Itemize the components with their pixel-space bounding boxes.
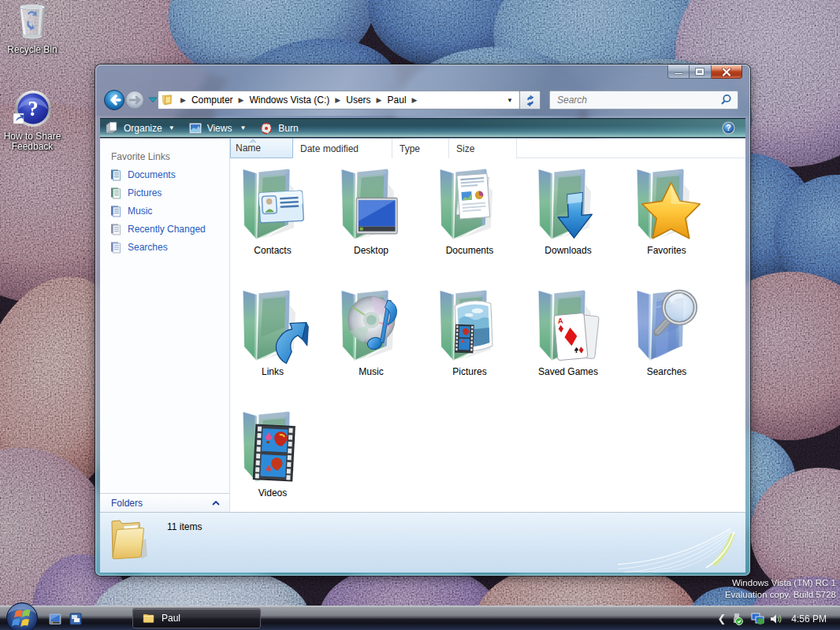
svg-text:?: ? (28, 97, 39, 120)
svg-text:?: ? (726, 124, 730, 132)
svg-text:A: A (557, 316, 563, 325)
